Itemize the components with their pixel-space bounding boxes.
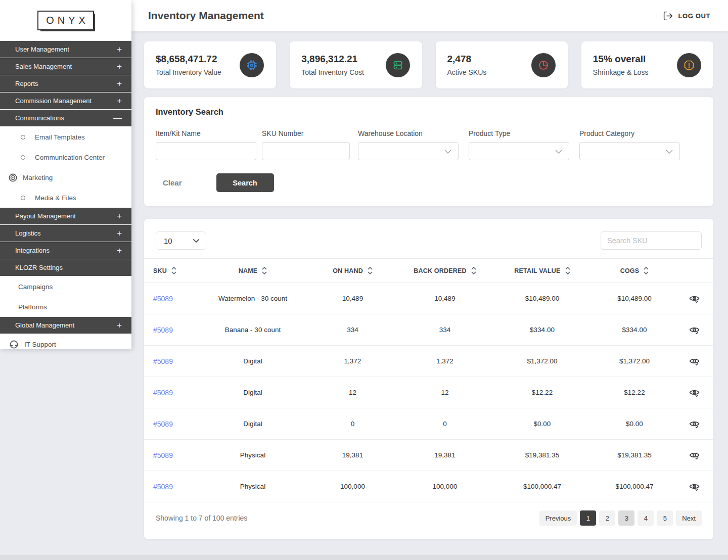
field-label: Product Category (579, 129, 680, 137)
sku-link[interactable]: #5089 (153, 420, 173, 428)
search-fields: Item/Kit Name SKU Number Warehouse Locat… (156, 129, 702, 160)
sidebar-item-communications[interactable]: Communications — (0, 110, 131, 127)
sort-icon[interactable] (171, 267, 176, 274)
view-details-button[interactable] (689, 418, 700, 429)
sidebar-item-it-support[interactable]: IT Support (0, 334, 131, 349)
view-details-button[interactable] (689, 324, 700, 335)
sidebar-item-payout-management[interactable]: Payout Management + (0, 208, 131, 225)
stat-card-shrinkage: 15% overall Shrinkage & Loss (581, 41, 713, 88)
column-header-name[interactable]: NAME (200, 267, 306, 274)
expand-plus-icon[interactable]: + (117, 212, 122, 220)
bullet-icon (21, 155, 25, 160)
sku-link[interactable]: #5089 (153, 451, 173, 459)
sidebar-item-label: Reports (15, 80, 38, 87)
sidebar-item-global-management[interactable]: Global Management + (0, 317, 131, 334)
expand-plus-icon[interactable]: + (117, 97, 122, 105)
sku-number-input[interactable] (262, 142, 350, 160)
sidebar-item-label: Communication Center (35, 154, 105, 161)
sidebar-item-logistics[interactable]: Logistics + (0, 225, 131, 242)
cell-name: Physical (200, 483, 306, 490)
cell-back-ordered: 334 (399, 326, 490, 334)
sku-link[interactable]: #5089 (153, 483, 173, 491)
view-details-button[interactable] (689, 450, 700, 460)
clear-button[interactable]: Clear (163, 178, 182, 187)
content: $8,658,471.72 Total Inventory Value 3,89… (131, 31, 728, 539)
cell-retail-value: $19,381.35 (490, 451, 594, 459)
sidebar-item-email-templates[interactable]: Email Templates (0, 127, 131, 147)
expand-plus-icon[interactable]: + (117, 321, 122, 330)
eye-icon (689, 324, 700, 335)
sidebar-item-label: Platforms (18, 303, 47, 311)
column-header-back-ordered[interactable]: BACK ORDERED (399, 267, 490, 274)
cell-name: Digital (200, 389, 306, 396)
cell-cogs: $1,372.00 (594, 357, 675, 365)
sidebar-item-platforms[interactable]: Platforms (0, 297, 131, 317)
sort-icon[interactable] (471, 267, 476, 274)
expand-plus-icon[interactable]: + (117, 229, 122, 238)
expand-plus-icon[interactable]: + (117, 62, 122, 71)
product-type-select[interactable] (469, 142, 569, 160)
sort-icon[interactable] (644, 267, 649, 274)
sidebar-item-sales-management[interactable]: Sales Management + (0, 58, 131, 75)
search-button[interactable]: Search (216, 173, 274, 192)
sort-icon[interactable] (565, 267, 570, 274)
sort-icon[interactable] (262, 267, 267, 274)
expand-plus-icon[interactable]: + (117, 45, 122, 54)
sidebar-item-klozr-settings[interactable]: KLOZR Settings (0, 259, 131, 276)
sku-link[interactable]: #5089 (153, 357, 173, 365)
sidebar-item-marketing[interactable]: Marketing (0, 167, 131, 188)
stat-value: $8,658,471.72 (156, 54, 221, 65)
table-row: #5089 Digital 12 12 $12.22 $12.22 (144, 377, 713, 408)
page-button-3[interactable]: 3 (618, 510, 634, 526)
sidebar-item-user-management[interactable]: User Management + (0, 41, 131, 58)
pagination: Previous 1 2 3 4 5 Next (539, 510, 702, 526)
column-header-sku[interactable]: SKU (144, 267, 200, 274)
expand-plus-icon[interactable]: + (117, 79, 122, 88)
page-button-4[interactable]: 4 (638, 510, 654, 526)
collapse-minus-icon[interactable]: — (113, 114, 122, 122)
expand-plus-icon[interactable]: + (117, 246, 122, 255)
page-size-select[interactable]: 10 (156, 231, 206, 250)
sku-link[interactable]: #5089 (153, 326, 173, 334)
logo: ONYX (0, 0, 131, 41)
sku-link[interactable]: #5089 (153, 389, 173, 397)
warehouse-location-select[interactable] (358, 142, 459, 160)
sku-link[interactable]: #5089 (153, 295, 173, 303)
table-row: #5089 Digital 0 0 $0.00 $0.00 (144, 408, 713, 440)
sidebar-item-integrations[interactable]: Integrations + (0, 242, 131, 259)
stat-value: 2,478 (447, 54, 487, 65)
sidebar-item-media-files[interactable]: Media & Files (0, 188, 131, 208)
sidebar-item-commission-management[interactable]: Commission Management + (0, 92, 131, 110)
view-details-button[interactable] (689, 481, 700, 492)
previous-page-button[interactable]: Previous (539, 510, 577, 526)
cell-back-ordered: 0 (399, 420, 490, 428)
item-kit-name-input[interactable] (156, 142, 256, 160)
view-details-button[interactable] (689, 293, 700, 304)
stat-label: Total Inventory Cost (301, 68, 364, 76)
server-icon (392, 59, 404, 71)
table-search-input[interactable] (601, 231, 702, 250)
page-button-2[interactable]: 2 (599, 510, 615, 526)
table-row: #5089 Digital 1,372 1,372 $1,372.00 $1,3… (144, 346, 713, 377)
alert-octagon-icon (683, 59, 695, 71)
logout-button[interactable]: LOG OUT (663, 11, 710, 21)
product-category-select[interactable] (579, 142, 680, 160)
stat-value: 15% overall (593, 54, 649, 65)
sidebar-item-campaigns[interactable]: Campaigns (0, 276, 131, 297)
eye-icon (689, 481, 700, 492)
page-button-5[interactable]: 5 (657, 510, 673, 526)
cell-retail-value: $100,000.47 (490, 483, 594, 490)
column-header-cogs[interactable]: COGS (594, 267, 675, 274)
column-header-on-hand[interactable]: ON HAND (306, 267, 399, 274)
page-button-1[interactable]: 1 (580, 510, 596, 526)
sidebar-item-reports[interactable]: Reports + (0, 75, 131, 92)
next-page-button[interactable]: Next (676, 510, 702, 526)
sidebar-item-communication-center[interactable]: Communication Center (0, 147, 131, 167)
view-details-button[interactable] (689, 387, 700, 398)
cell-on-hand: 100,000 (306, 483, 399, 490)
column-header-retail-value[interactable]: RETAIL VALUE (490, 267, 594, 274)
cell-name: Digital (200, 420, 306, 428)
field-label: Product Type (469, 129, 569, 137)
sort-icon[interactable] (368, 267, 373, 274)
view-details-button[interactable] (689, 356, 700, 366)
